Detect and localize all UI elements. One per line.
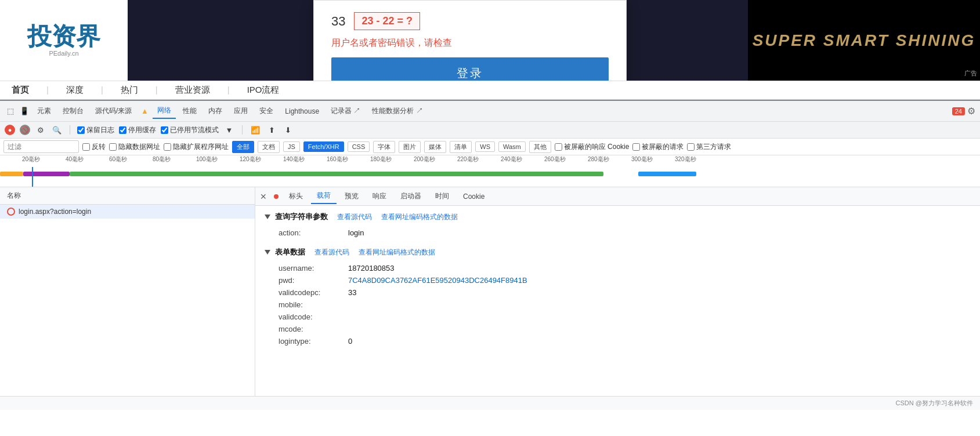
error-badge: 24 (952, 107, 965, 115)
param-logintype-val: 0 (348, 337, 352, 346)
form-collapse-icon[interactable] (265, 250, 270, 255)
filter-css[interactable]: CSS (348, 141, 370, 152)
tick-220: 220毫秒 (457, 155, 479, 164)
filter-img[interactable]: 图片 (399, 141, 421, 153)
query-collapse-icon[interactable] (265, 215, 270, 219)
timeline-bar-area (0, 167, 980, 181)
param-validcode-key: validcode: (279, 313, 348, 321)
tab-application[interactable]: 应用 (229, 104, 252, 118)
nav-home[interactable]: 首页 (12, 85, 29, 96)
param-mcode-key: mcode: (279, 325, 348, 333)
preserve-log-checkbox[interactable]: 保留日志 (77, 125, 114, 135)
record-button[interactable]: ● (5, 125, 15, 135)
param-mobile: mobile: (265, 299, 971, 311)
tick-40: 40毫秒 (66, 155, 84, 164)
hide-data-urls-checkbox[interactable]: 隐藏数据网址 (109, 142, 160, 152)
query-view-url-encoded-link[interactable]: 查看网址编码格式的数据 (381, 212, 458, 222)
tick-260: 260毫秒 (544, 155, 566, 164)
blocked-cookies-checkbox[interactable]: 被屏蔽的响应 Cookie (555, 142, 630, 152)
filter-js[interactable]: JS (283, 141, 300, 152)
tab-lighthouse[interactable]: Lighthouse (280, 105, 324, 118)
tab-timing[interactable]: 时间 (429, 189, 455, 204)
tab-perf-insights[interactable]: 性能数据分析 ↗ (367, 104, 427, 118)
query-param-val: login (348, 228, 364, 237)
query-param-key: action: (279, 228, 348, 237)
device-icon[interactable]: 📱 (19, 106, 30, 117)
filter-manifest[interactable]: 清单 (450, 141, 472, 153)
tab-network[interactable]: 网络 (153, 103, 176, 119)
param-validcodepc-val: 33 (348, 288, 356, 297)
param-pwd: pwd: 7C4A8D09CA3762AF61E59520943DC26494F… (265, 274, 971, 286)
param-username-key: username: (279, 264, 348, 272)
filter-xhr[interactable]: Fetch/XHR (303, 141, 344, 152)
param-username-val: 18720180853 (348, 264, 395, 272)
search-icon[interactable]: 🔍 (51, 124, 63, 136)
filter-doc[interactable]: 文档 (258, 141, 280, 153)
blocked-requests-checkbox[interactable]: 被屏蔽的请求 (632, 142, 684, 152)
inspect-icon[interactable]: ⬚ (5, 106, 16, 117)
query-section-title: 查询字符串参数 (265, 212, 328, 222)
list-item[interactable]: login.aspx?action=login (0, 205, 255, 219)
captcha-number: 33 (331, 14, 345, 29)
throttle-dropdown-icon[interactable]: ▼ (223, 124, 235, 136)
clear-button[interactable]: 🚫 (20, 125, 30, 135)
third-party-checkbox[interactable]: 第三方请求 (687, 142, 731, 152)
filter-other[interactable]: 其他 (529, 141, 551, 153)
param-username: username: 18720180853 (265, 262, 971, 274)
throttle-label[interactable]: 已停用节流模式 (161, 125, 219, 135)
param-validcode: validcode: (265, 311, 971, 323)
query-view-source-link[interactable]: 查看源代码 (337, 212, 372, 222)
param-validcodepc-key: validcodepc: (279, 288, 348, 297)
xhr-icon (7, 208, 15, 216)
left-panel: 名称 login.aspx?action=login (0, 187, 255, 396)
invert-checkbox[interactable]: 反转 (82, 142, 106, 152)
tab-sources[interactable]: 源代码/来源 (91, 104, 136, 118)
nav-ipo[interactable]: IPO流程 (247, 85, 280, 96)
filter-icon[interactable]: ⚙ (35, 124, 46, 136)
tab-security[interactable]: 安全 (255, 104, 278, 118)
disable-cache-checkbox[interactable]: 停用缓存 (119, 125, 156, 135)
param-logintype: logintype: 0 (265, 335, 971, 347)
tab-headers[interactable]: 标头 (283, 189, 309, 204)
tab-recorder[interactable]: 记录器 ↗ (326, 104, 365, 118)
timeline-bar-yellow (0, 172, 23, 176)
captcha-box: 23 - 22 = ? (354, 12, 420, 30)
tick-120: 120毫秒 (240, 155, 261, 164)
nav-depth[interactable]: 深度 (66, 85, 84, 96)
tab-performance[interactable]: 性能 (178, 104, 201, 118)
tab-memory[interactable]: 内存 (204, 104, 227, 118)
tick-140: 140毫秒 (283, 155, 305, 164)
login-button[interactable]: 登录 (331, 57, 609, 81)
download-icon[interactable]: ⬇ (282, 124, 294, 136)
filter-font[interactable]: 字体 (373, 141, 395, 153)
hide-ext-checkbox[interactable]: 隐藏扩展程序网址 (164, 142, 229, 152)
timeline-bar-green (70, 172, 603, 176)
right-tabs: ✕ 标头 载荷 预览 响应 启动器 时间 Cookie (255, 187, 980, 206)
filter-ws[interactable]: WS (475, 141, 495, 152)
tab-cookies[interactable]: Cookie (457, 190, 490, 203)
tab-console[interactable]: 控制台 (58, 104, 88, 118)
nav-bar: 首页 | 深度 | 热门 | 营业资源 | IPO流程 (0, 81, 980, 100)
filter-all[interactable]: 全部 (232, 141, 254, 153)
form-view-source-link[interactable]: 查看源代码 (314, 248, 349, 257)
upload-icon[interactable]: ⬆ (266, 124, 277, 136)
nav-hot[interactable]: 热门 (121, 85, 138, 96)
ad-label: 广告 (964, 69, 977, 78)
tick-320: 320毫秒 (675, 155, 696, 164)
tab-initiator[interactable]: 启动器 (395, 189, 427, 204)
filter-input[interactable] (3, 140, 79, 153)
login-modal: 33 23 - 22 = ? 用户名或者密码错误，请检查 登录 (313, 0, 627, 81)
form-view-url-encoded-link[interactable]: 查看网址编码格式的数据 (359, 248, 435, 257)
filter-media[interactable]: 媒体 (424, 141, 446, 153)
tick-200: 200毫秒 (414, 155, 435, 164)
tab-preview[interactable]: 预览 (339, 189, 364, 204)
filter-wasm[interactable]: Wasm (498, 141, 526, 152)
settings-gear-icon[interactable]: ⚙ (967, 106, 975, 117)
tab-payload[interactable]: 载荷 (311, 188, 337, 204)
wifi-icon[interactable]: 📶 (249, 124, 261, 136)
tick-20: 20毫秒 (22, 155, 40, 164)
close-tab-button[interactable]: ✕ (260, 192, 267, 201)
tab-response[interactable]: 响应 (367, 189, 392, 204)
tab-elements[interactable]: 元素 (32, 104, 56, 118)
nav-business[interactable]: 营业资源 (175, 85, 210, 96)
